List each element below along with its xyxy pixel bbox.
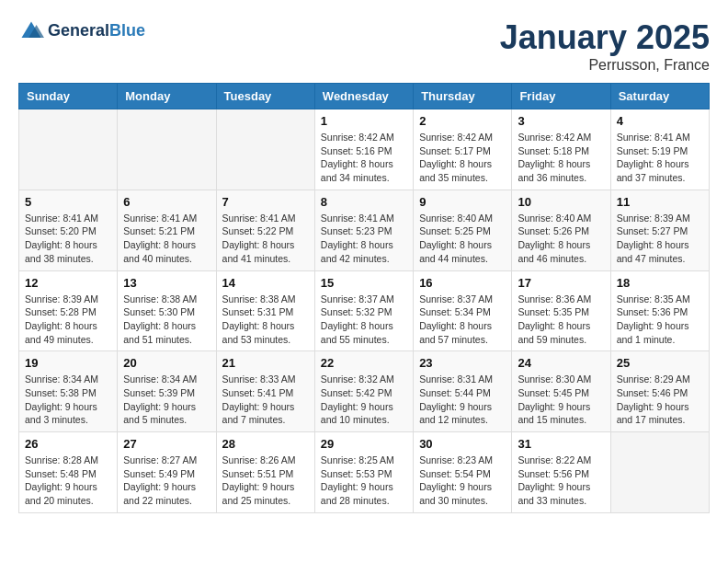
day-cell: 30Sunrise: 8:23 AMSunset: 5:54 PMDayligh… — [414, 432, 512, 513]
day-number: 2 — [419, 114, 506, 128]
day-info: Sunrise: 8:36 AMSunset: 5:35 PMDaylight:… — [518, 293, 604, 347]
day-info: Sunrise: 8:42 AMSunset: 5:18 PMDaylight:… — [518, 131, 604, 185]
day-cell — [19, 109, 118, 190]
day-cell: 31Sunrise: 8:22 AMSunset: 5:56 PMDayligh… — [512, 432, 610, 513]
day-number: 11 — [617, 195, 703, 209]
day-info: Sunrise: 8:37 AMSunset: 5:32 PMDaylight:… — [321, 293, 407, 347]
day-info: Sunrise: 8:25 AMSunset: 5:53 PMDaylight:… — [321, 454, 407, 508]
day-number: 3 — [518, 114, 604, 128]
day-number: 24 — [518, 356, 604, 370]
day-info: Sunrise: 8:32 AMSunset: 5:42 PMDaylight:… — [321, 373, 407, 427]
week-row-5: 26Sunrise: 8:28 AMSunset: 5:48 PMDayligh… — [19, 432, 710, 513]
day-cell: 11Sunrise: 8:39 AMSunset: 5:27 PMDayligh… — [610, 190, 709, 270]
day-number: 30 — [419, 437, 506, 451]
day-cell: 16Sunrise: 8:37 AMSunset: 5:34 PMDayligh… — [414, 270, 512, 351]
day-cell: 15Sunrise: 8:37 AMSunset: 5:32 PMDayligh… — [314, 270, 413, 351]
day-info: Sunrise: 8:31 AMSunset: 5:44 PMDaylight:… — [419, 373, 506, 427]
day-info: Sunrise: 8:30 AMSunset: 5:45 PMDaylight:… — [518, 373, 604, 427]
day-info: Sunrise: 8:41 AMSunset: 5:22 PMDaylight:… — [222, 212, 309, 266]
day-info: Sunrise: 8:23 AMSunset: 5:54 PMDaylight:… — [419, 454, 506, 508]
day-number: 31 — [518, 437, 604, 451]
week-row-1: 1Sunrise: 8:42 AMSunset: 5:16 PMDaylight… — [19, 109, 710, 190]
logo: GeneralBlue — [18, 18, 145, 44]
day-cell: 2Sunrise: 8:42 AMSunset: 5:17 PMDaylight… — [414, 109, 512, 190]
day-cell: 6Sunrise: 8:41 AMSunset: 5:21 PMDaylight… — [118, 190, 216, 270]
day-cell: 12Sunrise: 8:39 AMSunset: 5:28 PMDayligh… — [19, 270, 118, 351]
day-cell: 5Sunrise: 8:41 AMSunset: 5:20 PMDaylight… — [19, 190, 118, 270]
weekday-header-wednesday: Wednesday — [314, 84, 413, 109]
day-number: 4 — [617, 114, 703, 128]
day-cell — [610, 432, 709, 513]
weekday-header-tuesday: Tuesday — [216, 84, 314, 109]
day-cell — [118, 109, 216, 190]
logo-line2: Blue — [109, 21, 145, 40]
day-info: Sunrise: 8:34 AMSunset: 5:38 PMDaylight:… — [25, 373, 111, 427]
day-info: Sunrise: 8:22 AMSunset: 5:56 PMDaylight:… — [518, 454, 604, 508]
day-cell: 13Sunrise: 8:38 AMSunset: 5:30 PMDayligh… — [118, 270, 216, 351]
day-cell: 22Sunrise: 8:32 AMSunset: 5:42 PMDayligh… — [314, 351, 413, 432]
day-cell: 21Sunrise: 8:33 AMSunset: 5:41 PMDayligh… — [216, 351, 314, 432]
day-cell: 10Sunrise: 8:40 AMSunset: 5:26 PMDayligh… — [512, 190, 610, 270]
day-number: 8 — [321, 195, 407, 209]
day-cell: 9Sunrise: 8:40 AMSunset: 5:25 PMDaylight… — [414, 190, 512, 270]
day-info: Sunrise: 8:35 AMSunset: 5:36 PMDaylight:… — [617, 293, 703, 347]
day-number: 18 — [617, 276, 703, 290]
week-row-2: 5Sunrise: 8:41 AMSunset: 5:20 PMDaylight… — [19, 190, 710, 270]
day-cell: 3Sunrise: 8:42 AMSunset: 5:18 PMDaylight… — [512, 109, 610, 190]
day-number: 15 — [321, 276, 407, 290]
weekday-header-friday: Friday — [512, 84, 610, 109]
day-cell: 29Sunrise: 8:25 AMSunset: 5:53 PMDayligh… — [314, 432, 413, 513]
weekday-header-saturday: Saturday — [610, 84, 709, 109]
day-number: 21 — [222, 356, 309, 370]
day-number: 23 — [419, 356, 506, 370]
day-info: Sunrise: 8:39 AMSunset: 5:28 PMDaylight:… — [25, 293, 111, 347]
day-cell: 1Sunrise: 8:42 AMSunset: 5:16 PMDaylight… — [314, 109, 413, 190]
weekday-header-monday: Monday — [118, 84, 216, 109]
day-number: 1 — [321, 114, 407, 128]
day-number: 28 — [222, 437, 309, 451]
day-number: 29 — [321, 437, 407, 451]
title-block: January 2025 Perrusson, France — [500, 18, 710, 74]
day-cell: 25Sunrise: 8:29 AMSunset: 5:46 PMDayligh… — [610, 351, 709, 432]
day-cell: 24Sunrise: 8:30 AMSunset: 5:45 PMDayligh… — [512, 351, 610, 432]
logo-text: GeneralBlue — [48, 22, 145, 40]
logo-line1: General — [48, 21, 109, 40]
day-cell: 14Sunrise: 8:38 AMSunset: 5:31 PMDayligh… — [216, 270, 314, 351]
day-info: Sunrise: 8:34 AMSunset: 5:39 PMDaylight:… — [123, 373, 210, 427]
weekday-header-sunday: Sunday — [19, 84, 118, 109]
day-info: Sunrise: 8:38 AMSunset: 5:31 PMDaylight:… — [222, 293, 309, 347]
day-info: Sunrise: 8:41 AMSunset: 5:21 PMDaylight:… — [123, 212, 210, 266]
day-info: Sunrise: 8:28 AMSunset: 5:48 PMDaylight:… — [25, 454, 111, 508]
location: Perrusson, France — [500, 57, 710, 74]
day-info: Sunrise: 8:26 AMSunset: 5:51 PMDaylight:… — [222, 454, 309, 508]
day-number: 26 — [25, 437, 111, 451]
day-info: Sunrise: 8:27 AMSunset: 5:49 PMDaylight:… — [123, 454, 210, 508]
day-info: Sunrise: 8:42 AMSunset: 5:16 PMDaylight:… — [321, 131, 407, 185]
page-header: GeneralBlue January 2025 Perrusson, Fran… — [18, 18, 710, 74]
day-cell: 23Sunrise: 8:31 AMSunset: 5:44 PMDayligh… — [414, 351, 512, 432]
day-cell: 17Sunrise: 8:36 AMSunset: 5:35 PMDayligh… — [512, 270, 610, 351]
day-number: 10 — [518, 195, 604, 209]
day-info: Sunrise: 8:38 AMSunset: 5:30 PMDaylight:… — [123, 293, 210, 347]
day-number: 16 — [419, 276, 506, 290]
day-number: 27 — [123, 437, 210, 451]
day-number: 25 — [617, 356, 703, 370]
day-cell: 8Sunrise: 8:41 AMSunset: 5:23 PMDaylight… — [314, 190, 413, 270]
day-number: 5 — [25, 195, 111, 209]
day-info: Sunrise: 8:40 AMSunset: 5:26 PMDaylight:… — [518, 212, 604, 266]
day-cell: 7Sunrise: 8:41 AMSunset: 5:22 PMDaylight… — [216, 190, 314, 270]
day-info: Sunrise: 8:39 AMSunset: 5:27 PMDaylight:… — [617, 212, 703, 266]
week-row-3: 12Sunrise: 8:39 AMSunset: 5:28 PMDayligh… — [19, 270, 710, 351]
day-info: Sunrise: 8:29 AMSunset: 5:46 PMDaylight:… — [617, 373, 703, 427]
day-cell — [216, 109, 314, 190]
day-number: 13 — [123, 276, 210, 290]
month-title: January 2025 — [500, 18, 710, 57]
day-info: Sunrise: 8:40 AMSunset: 5:25 PMDaylight:… — [419, 212, 506, 266]
day-number: 19 — [25, 356, 111, 370]
day-cell: 4Sunrise: 8:41 AMSunset: 5:19 PMDaylight… — [610, 109, 709, 190]
day-info: Sunrise: 8:33 AMSunset: 5:41 PMDaylight:… — [222, 373, 309, 427]
day-info: Sunrise: 8:42 AMSunset: 5:17 PMDaylight:… — [419, 131, 506, 185]
day-number: 22 — [321, 356, 407, 370]
day-number: 14 — [222, 276, 309, 290]
day-info: Sunrise: 8:41 AMSunset: 5:23 PMDaylight:… — [321, 212, 407, 266]
